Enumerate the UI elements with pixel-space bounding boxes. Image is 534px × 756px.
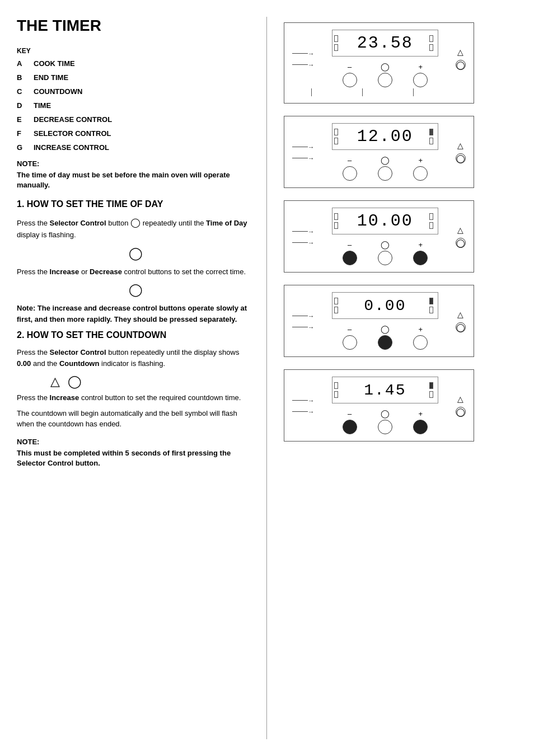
plus-btn-5[interactable] [413, 420, 428, 434]
display-screen-2: 12.00 [332, 123, 438, 150]
note2-text: This must be completed within 5 seconds … [17, 448, 255, 468]
indicator-top-left-4 [334, 298, 338, 304]
minus-label-1: – [348, 63, 352, 71]
control-sel-3: ◯ [378, 240, 392, 265]
note-label: NOTE: [17, 159, 255, 168]
control-minus-1: – [343, 63, 357, 87]
timer-display-4: → → 0.00 [284, 285, 474, 357]
sel-btn-5[interactable] [378, 420, 392, 434]
control-plus-5: + [413, 410, 428, 434]
control-minus-4: – [343, 325, 357, 350]
control-minus-2: – [343, 156, 357, 181]
clock-icon-d5: ◯ [456, 407, 466, 417]
sel-label-1: ◯ [381, 62, 390, 71]
timer-display-5: → → 1.45 [284, 369, 474, 442]
key-desc-b: END TIME [34, 73, 68, 82]
minus-btn-4[interactable] [343, 335, 357, 350]
indicator-bottom-left-2 [334, 138, 338, 144]
diagram-1: → → 23.58 [284, 22, 517, 104]
step2-text3: The countdown will begin automatically a… [17, 408, 255, 430]
section1-content: Press the Selector Control button ◯ repe… [17, 216, 255, 325]
key-item-a: A COOK TIME [17, 59, 255, 68]
bell-icon-5: △ [457, 395, 463, 403]
plus-label-5: + [418, 410, 423, 418]
page-title: THE TIMER [17, 17, 255, 35]
control-minus-5: – [343, 410, 357, 434]
timer-display-3: → → 10.00 [284, 200, 474, 273]
control-sel-4: ◯ [378, 325, 392, 350]
step1-text3: Note: The increase and decrease control … [17, 303, 255, 325]
minus-btn-5[interactable] [343, 420, 357, 434]
key-item-d: D TIME [17, 101, 255, 110]
key-item-f: F SELECTOR CONTROL [17, 129, 255, 138]
indicator-top-left-2 [334, 129, 338, 135]
step1-text2: Press the Increase or Decrease control b… [17, 266, 255, 278]
note2-label: NOTE: [17, 438, 255, 446]
step2-text2: Press the Increase control button to set… [17, 392, 255, 403]
right-symbols-1: △ ◯ [453, 30, 466, 87]
right-symbols-4: △ ◯ [453, 292, 466, 350]
timer-display-2: → → 12.00 [284, 116, 474, 188]
key-letter-c: C [17, 87, 27, 96]
bell-icon-2: △ [457, 141, 463, 150]
control-sel-5: ◯ [378, 409, 392, 434]
right-symbols-5: △ ◯ [453, 377, 466, 434]
key-list: A COOK TIME B END TIME C COUNTDOWN D TIM… [17, 59, 255, 152]
indicator-top-left-1 [334, 35, 338, 42]
plus-btn-1[interactable] [413, 73, 428, 87]
minus-btn-2[interactable] [343, 166, 357, 181]
bell-symbol: △ [50, 374, 60, 389]
key-letter-e: E [17, 115, 27, 124]
timer-display-1: → → 23.58 [284, 22, 474, 104]
diagram-inner-1: → → 23.58 [292, 30, 466, 87]
indicator-bottom-right-3 [429, 222, 433, 229]
diagram-3: → → 10.00 [284, 200, 517, 273]
control-minus-3: – [343, 241, 357, 265]
note-section: NOTE: The time of day must be set before… [17, 159, 255, 190]
clock-icon-d1: ◯ [456, 60, 466, 70]
control-plus-1: + [413, 63, 428, 87]
display-number-5: 1.45 [343, 377, 428, 403]
diagram-inner-4: → → 0.00 [292, 292, 466, 350]
plus-btn-3[interactable] [413, 251, 428, 265]
clock-icon-d2: ◯ [456, 153, 466, 163]
right-symbols-2: △ ◯ [453, 123, 466, 181]
diagram-5: → → 1.45 [284, 369, 517, 442]
display-number-3: 10.00 [343, 208, 428, 234]
step1-text1: Press the Selector Control button ◯ repe… [17, 216, 255, 241]
minus-btn-1[interactable] [343, 73, 357, 87]
plus-label-1: + [418, 63, 423, 71]
key-letter-b: B [17, 73, 27, 82]
right-symbols-3: △ ◯ [453, 208, 466, 265]
plus-btn-4[interactable] [413, 335, 428, 350]
plus-label-2: + [418, 156, 423, 165]
display-area-1: 23.58 – [317, 30, 453, 87]
display-number-1: 23.58 [343, 30, 428, 56]
sel-btn-4[interactable] [378, 335, 392, 350]
plus-label-3: + [418, 241, 423, 249]
indicator-bottom-right-4 [429, 307, 433, 313]
sel-label-3: ◯ [381, 240, 390, 249]
left-column: THE TIMER KEY A COOK TIME B END TIME C C… [17, 17, 267, 739]
indicator-top-right-5 [429, 382, 433, 389]
control-plus-4: + [413, 325, 428, 350]
plus-btn-2[interactable] [413, 166, 428, 181]
bell-icon-1: △ [457, 48, 463, 57]
minus-btn-3[interactable] [343, 251, 357, 265]
key-item-c: C COUNTDOWN [17, 87, 255, 96]
sel-btn-3[interactable] [378, 251, 392, 265]
section2-heading: 2. HOW TO SET THE COUNTDOWN [17, 330, 255, 340]
key-item-g: G INCREASE CONTROL [17, 143, 255, 152]
sel-label-5: ◯ [381, 409, 390, 418]
key-item-e: E DECREASE CONTROL [17, 115, 255, 124]
step2-text1: Press the Selector Control button repeat… [17, 347, 255, 369]
clock-symbol: ◯ [68, 374, 82, 389]
controls-row-2: – ◯ + [332, 156, 438, 181]
diagram-inner-5: → → 1.45 [292, 377, 466, 434]
sel-btn-2[interactable] [378, 166, 392, 181]
note-text: The time of day must be set before the m… [17, 170, 255, 190]
minus-label-4: – [348, 325, 352, 334]
display-number-4: 0.00 [343, 293, 428, 318]
sel-btn-1[interactable] [378, 73, 392, 87]
key-letter-f: F [17, 129, 27, 138]
